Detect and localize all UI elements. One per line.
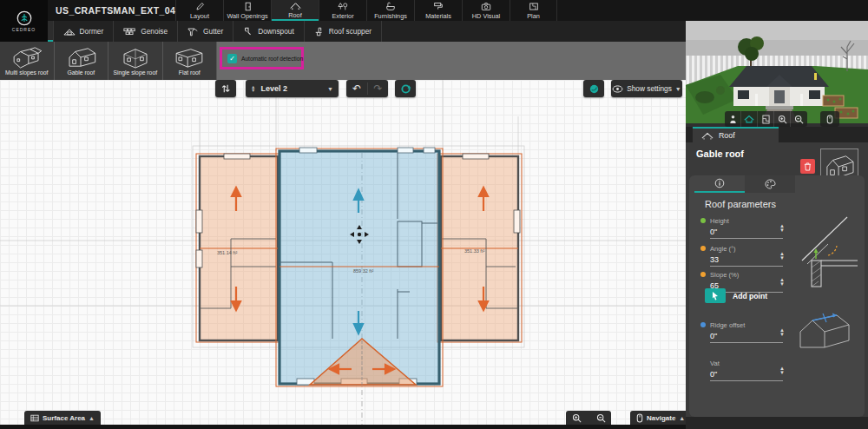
tool-tab-downspout[interactable]: Downspout bbox=[233, 21, 305, 42]
cedreo-app: { "app": { "logo_text": "CEDREO", "title… bbox=[0, 0, 868, 429]
level-selector[interactable]: ▲▼ Level 2 ▼ bbox=[246, 80, 339, 97]
center-area-label: 859.32 ft² bbox=[353, 268, 373, 274]
tool-tab-dormer[interactable]: Dormer bbox=[54, 21, 115, 42]
multi-slopes-roof-button[interactable]: Multi slopes roof bbox=[0, 42, 55, 80]
angle-stepper[interactable]: ▲▼ bbox=[779, 252, 785, 261]
ridge-offset-diagram bbox=[792, 306, 858, 358]
preview-zoom-out-button[interactable] bbox=[791, 111, 807, 127]
height-value[interactable]: 0" bbox=[710, 228, 783, 236]
delete-roof-button[interactable] bbox=[800, 159, 815, 174]
slope-status-dot bbox=[700, 272, 706, 277]
roof-parameters-heading: Roof parameters bbox=[705, 199, 776, 209]
undo-button[interactable]: ↶ bbox=[346, 82, 367, 95]
gutter-icon bbox=[187, 27, 199, 36]
angle-status-dot bbox=[700, 246, 706, 251]
flat-roof-button[interactable]: Flat roof bbox=[163, 42, 218, 80]
bathtub-icon bbox=[385, 2, 396, 11]
tool-tab-gutter[interactable]: Gutter bbox=[178, 21, 233, 42]
cedreo-logo: CEDREO bbox=[0, 0, 48, 42]
3d-preview-scene bbox=[686, 21, 868, 123]
preview-navigate-button[interactable] bbox=[820, 111, 839, 127]
automatic-roof-detection-highlight: ✓ Automatic roof detection bbox=[220, 47, 304, 69]
vat-field: Vat 0" ▲▼ bbox=[710, 360, 783, 381]
cursor-icon bbox=[705, 288, 726, 303]
ridge-offset-field: Ridge offset 0" ▲▼ bbox=[710, 321, 783, 343]
palette-icon bbox=[765, 179, 776, 189]
gable-outline-icon bbox=[701, 132, 713, 140]
tab-hd-visual[interactable]: HD Visual bbox=[462, 0, 510, 21]
automatic-roof-detection-checkbox[interactable]: ✓ bbox=[227, 54, 237, 63]
right-panel: Roof Gable roof Roof bbox=[686, 0, 868, 429]
tab-info[interactable] bbox=[694, 175, 745, 193]
tab-materials[interactable]: Materials bbox=[414, 0, 462, 21]
floor-plan-drawing[interactable]: 351.14 ft² 351.33 ft² bbox=[0, 80, 686, 429]
tool-tab-genoise[interactable]: Genoise bbox=[114, 21, 178, 42]
info-icon bbox=[714, 178, 725, 188]
roof-tool-tabs: Roof Dormer Genoise Gutter Downspout Roo… bbox=[0, 21, 686, 42]
door-icon bbox=[243, 2, 253, 11]
roof-regenerate-button[interactable] bbox=[395, 80, 416, 97]
navigate-button[interactable]: Navigate ▲ bbox=[630, 411, 691, 425]
right-wing-area-label: 351.33 ft² bbox=[464, 248, 484, 254]
panel-top-gap bbox=[686, 0, 868, 21]
mouse-icon bbox=[636, 413, 643, 423]
roof-visibility-button[interactable] bbox=[583, 80, 604, 97]
roof-parameters-box: Roof parameters Height 0" ▲▼ Angle (°) 3… bbox=[689, 175, 865, 417]
add-point-button[interactable]: Add point bbox=[705, 288, 767, 303]
angle-value[interactable]: 33 bbox=[710, 255, 783, 264]
roof-scupper-icon bbox=[314, 27, 325, 36]
surface-area-button[interactable]: Surface Area ▲ bbox=[24, 411, 101, 425]
tab-plan[interactable]: Plan bbox=[510, 0, 557, 21]
single-slope-roof-button[interactable]: Single slope roof bbox=[108, 42, 163, 80]
pencil-icon bbox=[195, 2, 205, 11]
tab-wall-openings[interactable]: Wall Openings bbox=[223, 0, 271, 21]
level-stepper[interactable]: ▲▼ bbox=[251, 85, 255, 93]
zoom-controls bbox=[566, 411, 611, 425]
vat-value[interactable]: 0" bbox=[710, 370, 783, 379]
paint-roller-icon bbox=[433, 2, 444, 11]
gable-roof-icon bbox=[64, 46, 97, 69]
left-wing-area-label: 351.14 ft² bbox=[217, 250, 237, 255]
tab-roof[interactable]: Roof bbox=[271, 0, 319, 21]
bottom-strip bbox=[0, 425, 686, 429]
circular-arrow-icon bbox=[400, 83, 411, 95]
ridge-offset-stepper[interactable]: ▲▼ bbox=[779, 328, 785, 337]
slope-stepper[interactable]: ▲▼ bbox=[779, 278, 785, 287]
dormer-icon bbox=[63, 27, 76, 36]
floor-plan-view-button[interactable] bbox=[758, 111, 774, 127]
project-title: US_CRAFTSMAN_EXT_04 bbox=[56, 0, 175, 21]
tab-layout[interactable]: Layout bbox=[175, 0, 223, 21]
tab-materials-palette[interactable] bbox=[745, 175, 795, 193]
roof-type-buttons: Multi slopes roof Gable roof bbox=[0, 42, 217, 80]
redo-button[interactable]: ↷ bbox=[367, 82, 388, 95]
zoom-out-button[interactable] bbox=[596, 413, 606, 423]
roof-section-right-wing[interactable]: 351.33 ft² bbox=[437, 154, 522, 342]
panel-tab-roof[interactable]: Roof bbox=[693, 127, 779, 142]
ridge-offset-value[interactable]: 0" bbox=[710, 332, 783, 340]
selected-roof-title: Gable roof bbox=[696, 148, 744, 159]
roof-properties-panel: Gable roof Roof parameters bbox=[686, 142, 868, 429]
teal-globe-icon bbox=[589, 83, 600, 95]
tab-furnishings[interactable]: Furnishings bbox=[366, 0, 414, 21]
tab-exterior[interactable]: Exterior bbox=[319, 0, 366, 21]
swap-level-button[interactable] bbox=[215, 80, 236, 97]
height-stepper[interactable]: ▲▼ bbox=[779, 224, 785, 233]
vat-stepper[interactable]: ▲▼ bbox=[779, 366, 785, 375]
logo-tree-icon bbox=[16, 10, 32, 26]
aerial-home-button[interactable] bbox=[741, 111, 758, 127]
single-slope-roof-icon bbox=[119, 46, 152, 69]
tool-tab-roof-scupper[interactable]: Roof scupper bbox=[305, 21, 382, 42]
plan-canvas[interactable]: 351.14 ft² 351.33 ft² bbox=[0, 80, 686, 429]
roof-section-left-wing[interactable]: 351.14 ft² bbox=[196, 154, 279, 342]
zoom-in-button[interactable] bbox=[572, 413, 582, 423]
blueprint-icon bbox=[529, 2, 539, 11]
3d-preview[interactable] bbox=[686, 21, 868, 123]
list-icon bbox=[30, 414, 39, 422]
camera-icon bbox=[481, 2, 491, 11]
chevron-up-icon: ▲ bbox=[89, 415, 95, 421]
show-settings-button[interactable]: Show settings ▼ bbox=[611, 80, 682, 97]
preview-zoom-in-button[interactable] bbox=[774, 111, 791, 127]
gable-roof-button[interactable]: Gable roof bbox=[55, 42, 109, 80]
walkthrough-person-button[interactable] bbox=[725, 111, 741, 127]
chevron-up-icon: ▲ bbox=[679, 415, 685, 421]
